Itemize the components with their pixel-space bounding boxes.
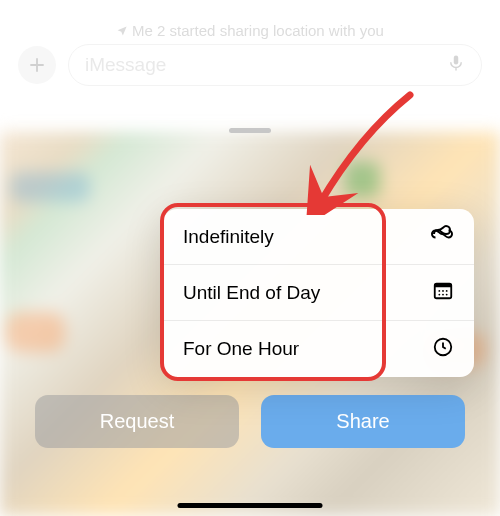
share-button[interactable]: Share xyxy=(261,395,465,448)
svg-point-5 xyxy=(446,290,448,292)
infinity-icon xyxy=(430,222,454,251)
svg-point-3 xyxy=(438,290,440,292)
menu-label: Indefinitely xyxy=(183,226,274,248)
svg-point-7 xyxy=(442,294,444,296)
share-duration-menu: Indefinitely Until End of Day For One Ho… xyxy=(163,209,474,377)
home-indicator[interactable] xyxy=(178,503,323,508)
menu-item-indefinitely[interactable]: Indefinitely xyxy=(163,209,474,265)
menu-item-end-of-day[interactable]: Until End of Day xyxy=(163,265,474,321)
clock-icon xyxy=(432,336,454,363)
svg-point-4 xyxy=(442,290,444,292)
menu-label: Until End of Day xyxy=(183,282,320,304)
request-button[interactable]: Request xyxy=(35,395,239,448)
menu-label: For One Hour xyxy=(183,338,299,360)
calendar-icon xyxy=(432,279,454,306)
svg-rect-2 xyxy=(435,284,452,288)
svg-point-8 xyxy=(446,294,448,296)
menu-item-one-hour[interactable]: For One Hour xyxy=(163,321,474,377)
drag-handle[interactable] xyxy=(229,128,271,133)
svg-point-6 xyxy=(438,294,440,296)
